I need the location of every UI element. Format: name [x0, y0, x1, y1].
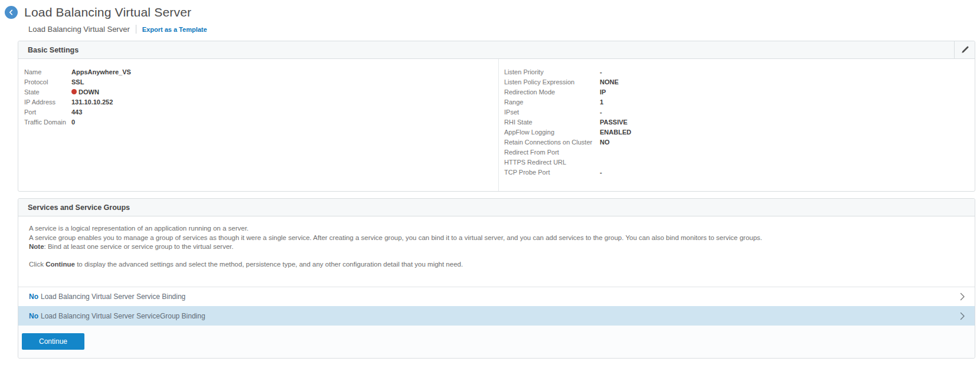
- pencil-icon: [961, 45, 969, 54]
- field-row-retain-connections-on-cluster: Retain Connections on Cluster NO: [504, 137, 631, 147]
- field-value: -: [600, 109, 602, 116]
- field-value: 443: [71, 109, 82, 116]
- note-label: Note: [29, 243, 44, 250]
- basic-settings-left-column: Name AppsAnywhere_VS Protocol SSL State …: [24, 67, 131, 127]
- field-row-ipset: IPset -: [504, 107, 631, 117]
- edit-basic-settings-button[interactable]: [955, 41, 975, 58]
- field-row-state: State DOWN: [24, 87, 131, 97]
- field-label: Range: [504, 98, 600, 106]
- field-value: NO: [600, 139, 610, 146]
- field-value: SSL: [71, 78, 84, 86]
- field-value: 131.10.10.252: [71, 98, 113, 106]
- field-row-appflow-logging: AppFlow Logging ENABLED: [504, 127, 631, 137]
- button-row: Continue: [18, 326, 975, 358]
- field-value: 1: [600, 98, 603, 106]
- continue-button[interactable]: Continue: [22, 333, 84, 350]
- field-row-redirection-mode: Redirection Mode IP: [504, 87, 631, 97]
- status-down-icon: [71, 89, 77, 94]
- status-badge: DOWN: [71, 88, 99, 96]
- chevron-right-icon: [960, 312, 965, 320]
- basic-settings-panel: Basic Settings Name AppsAnywhere_VS Prot…: [18, 41, 975, 192]
- field-value: -: [600, 169, 602, 176]
- field-value: IP: [600, 88, 606, 96]
- field-row-protocol: Protocol SSL: [24, 77, 131, 87]
- field-label: Retain Connections on Cluster: [504, 139, 600, 146]
- field-label: Port: [24, 109, 71, 116]
- field-value: AppsAnywhere_VS: [71, 68, 131, 75]
- description-line-1: A service is a logical representation of…: [29, 224, 965, 234]
- services-description: A service is a logical representation of…: [18, 216, 975, 287]
- basic-settings-actions: [954, 41, 975, 58]
- note-text: : Bind at least one service or service g…: [44, 243, 234, 250]
- description-note: Note: Bind at least one service or servi…: [29, 242, 965, 252]
- basic-settings-right-column: Listen Priority - Listen Policy Expressi…: [504, 67, 631, 177]
- column-divider: [498, 59, 499, 191]
- field-row-traffic-domain: Traffic Domain 0: [24, 117, 131, 127]
- field-label: Protocol: [24, 78, 71, 86]
- tab-load-balancing-virtual-server: Load Balancing Virtual Server: [28, 25, 130, 34]
- field-label: Name: [24, 68, 71, 75]
- field-row-listen-policy-expression: Listen Policy Expression NONE: [504, 77, 631, 87]
- export-as-template-link[interactable]: Export as a Template: [142, 26, 207, 33]
- field-row-port: Port 443: [24, 107, 131, 117]
- basic-settings-body: Name AppsAnywhere_VS Protocol SSL State …: [18, 59, 975, 191]
- field-row-range: Range 1: [504, 97, 631, 107]
- field-label: State: [24, 88, 71, 96]
- vertical-separator: [136, 25, 136, 34]
- field-row-tcp-probe-port: TCP Probe Port -: [504, 167, 631, 177]
- subtab-row: Load Balancing Virtual Server Export as …: [28, 24, 980, 34]
- field-value: ENABLED: [600, 129, 631, 136]
- field-label: Redirection Mode: [504, 88, 600, 96]
- field-row-https-redirect-url: HTTPS Redirect URL: [504, 157, 631, 167]
- field-label: Traffic Domain: [24, 119, 71, 126]
- field-value: -: [600, 68, 602, 75]
- top-header: Load Balancing Virtual Server: [0, 0, 980, 19]
- field-label: TCP Probe Port: [504, 169, 600, 176]
- field-row-ip-address: IP Address 131.10.10.252: [24, 97, 131, 107]
- service-binding-row[interactable]: No Load Balancing Virtual Server Service…: [18, 287, 975, 306]
- binding-label: Load Balancing Virtual Server Service Bi…: [41, 293, 185, 301]
- continue-hint-post: to display the advanced settings and sel…: [75, 261, 463, 268]
- field-label: IP Address: [24, 98, 71, 106]
- services-header: Services and Service Groups: [18, 199, 975, 216]
- binding-count: No: [29, 312, 38, 320]
- field-value: 0: [71, 119, 75, 126]
- field-label: Listen Priority: [504, 68, 600, 75]
- field-label: IPset: [504, 109, 600, 116]
- back-button[interactable]: [5, 6, 18, 19]
- arrow-left-icon: [8, 9, 15, 16]
- description-line-2: A service group enables you to manage a …: [29, 234, 965, 243]
- basic-settings-title: Basic Settings: [28, 46, 79, 54]
- field-row-rhi-state: RHI State PASSIVE: [504, 117, 631, 127]
- page-title: Load Balancing Virtual Server: [24, 5, 191, 19]
- continue-hint-pre: Click: [29, 261, 45, 268]
- services-title: Services and Service Groups: [28, 203, 130, 212]
- field-value: PASSIVE: [600, 119, 628, 126]
- servicegroup-binding-row[interactable]: No Load Balancing Virtual Server Service…: [18, 306, 975, 326]
- field-label: HTTPS Redirect URL: [504, 159, 600, 166]
- status-text: DOWN: [79, 88, 99, 96]
- field-label: RHI State: [504, 119, 600, 126]
- field-value: NONE: [600, 78, 619, 86]
- field-label: Redirect From Port: [504, 149, 600, 156]
- field-label: Listen Policy Expression: [504, 78, 600, 86]
- basic-settings-header: Basic Settings: [18, 41, 975, 59]
- field-label: AppFlow Logging: [504, 129, 600, 136]
- field-row-name: Name AppsAnywhere_VS: [24, 67, 131, 77]
- services-panel: Services and Service Groups A service is…: [18, 198, 975, 359]
- field-row-listen-priority: Listen Priority -: [504, 67, 631, 77]
- chevron-right-icon: [960, 293, 965, 301]
- continue-hint: Click Continue to display the advanced s…: [29, 260, 965, 270]
- field-row-redirect-from-port: Redirect From Port: [504, 147, 631, 157]
- binding-count: No: [29, 293, 38, 301]
- binding-label: Load Balancing Virtual Server ServiceGro…: [41, 312, 205, 320]
- continue-hint-bold: Continue: [45, 261, 75, 268]
